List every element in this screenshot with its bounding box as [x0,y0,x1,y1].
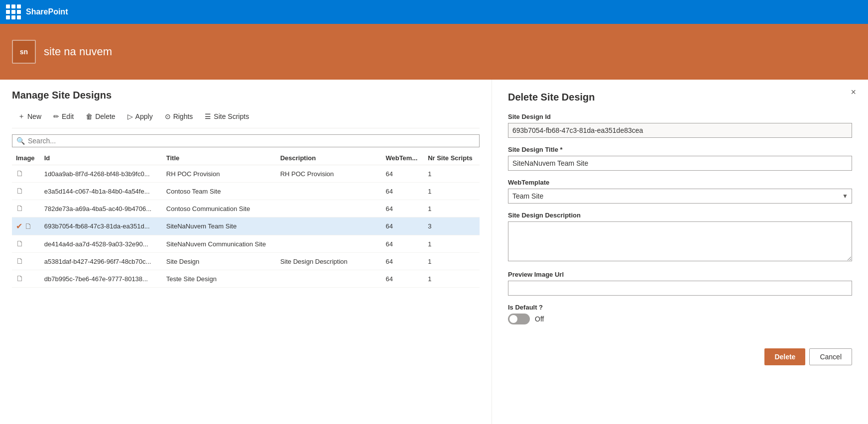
search-icon: 🔍 [16,137,25,145]
site-design-id-group: Site Design Id [508,113,852,138]
file-icon: 🗋 [16,257,24,265]
cell-webtemplate: 64 [381,235,424,253]
edit-icon: ✏ [53,112,59,120]
table-row[interactable]: 🗋a5381daf-b427-4296-96f7-48cb70c...Site … [12,253,480,270]
is-default-group: Is Default ? Off [508,304,852,324]
cell-title: Site Design [162,253,276,270]
toolbar: ＋ New ✏ Edit 🗑 Delete ▷ Apply ⊙ Rights ☰ [12,109,480,128]
cell-webtemplate: 64 [381,200,424,217]
cell-description [276,183,382,200]
is-default-toggle[interactable] [508,314,530,324]
table-row[interactable]: 🗋db7b995c-7be6-467e-9777-80138...Teste S… [12,270,480,288]
site-scripts-button[interactable]: ☰ Site Scripts [199,109,255,123]
file-icon: 🗋 [16,169,24,178]
col-header-nrsitescripts: Nr Site Scripts [424,151,480,165]
action-buttons: Delete Cancel [508,348,852,365]
data-table: Image Id Title Description WebTem... Nr … [12,151,480,288]
is-default-label: Is Default ? [508,304,852,311]
cell-title: SiteNaNuvem Team Site [162,217,276,235]
site-design-description-group: Site Design Description [508,212,852,263]
play-icon: ▷ [127,112,133,120]
delete-confirm-button[interactable]: Delete [764,348,805,365]
main-area: Manage Site Designs ＋ New ✏ Edit 🗑 Delet… [0,80,868,424]
cell-image: ✔ 🗋 [12,217,40,235]
cell-webtemplate: 64 [381,217,424,235]
cell-image: 🗋 [12,253,40,270]
search-input[interactable] [28,137,475,145]
cell-webtemplate: 64 [381,270,424,288]
col-header-webtemplate: WebTem... [381,151,424,165]
rights-button[interactable]: ⊙ Rights [159,109,199,123]
table-row[interactable]: 🗋e3a5d144-c067-4b1a-84b0-4a54fe...Contos… [12,183,480,200]
cell-title: RH POC Provision [162,165,276,183]
cell-nrsitescripts: 1 [424,200,480,217]
cell-nrsitescripts: 3 [424,217,480,235]
toggle-label: Off [535,315,544,323]
col-header-title: Title [162,151,276,165]
new-button[interactable]: ＋ New [12,109,47,124]
delete-button[interactable]: 🗑 Delete [80,109,121,123]
close-button[interactable]: × [851,88,856,97]
preview-image-url-input[interactable] [508,281,852,296]
table-row[interactable]: 🗋782de73a-a69a-4ba5-ac40-9b4706...Contos… [12,200,480,217]
cell-description: Site Design Description [276,253,382,270]
site-name: site na nuvem [44,45,112,58]
page-title: Manage Site Designs [12,90,480,101]
site-design-id-label: Site Design Id [508,113,852,120]
webtemplate-select-wrapper: Team Site Communication Site ▼ [508,189,852,204]
cell-nrsitescripts: 1 [424,270,480,288]
search-box[interactable]: 🔍 [12,134,480,147]
file-icon: 🗋 [16,204,24,212]
cell-title: Contoso Communication Site [162,200,276,217]
file-icon: 🗋 [16,239,24,248]
cell-description [276,200,382,217]
cell-image: 🗋 [12,200,40,217]
site-design-description-input[interactable] [508,221,852,261]
avatar: sn [12,40,36,64]
cell-image: 🗋 [12,183,40,200]
apps-icon[interactable] [6,4,21,19]
col-header-image: Image [12,151,40,165]
cell-description: RH POC Provision [276,165,382,183]
cell-id: 693b7054-fb68-47c3-81da-ea351d... [40,217,162,235]
cell-id: db7b995c-7be6-467e-9777-80138... [40,270,162,288]
site-design-description-label: Site Design Description [508,212,852,219]
file-icon: 🗋 [16,187,24,195]
cell-id: a5381daf-b427-4296-96f7-48cb70c... [40,253,162,270]
site-design-title-group: Site Design Title * [508,146,852,171]
file-icon: 🗋 [24,222,32,230]
table-row[interactable]: 🗋1d0aa9ab-8f7d-4268-bf48-b3b9fc0...RH PO… [12,165,480,183]
site-design-title-input[interactable] [508,156,852,171]
scripts-icon: ☰ [205,112,211,120]
webtemplate-select[interactable]: Team Site Communication Site [508,189,852,204]
preview-image-url-label: Preview Image Url [508,271,852,278]
left-panel: Manage Site Designs ＋ New ✏ Edit 🗑 Delet… [0,80,492,424]
cell-image: 🗋 [12,235,40,253]
preview-image-url-group: Preview Image Url [508,271,852,296]
cell-nrsitescripts: 1 [424,165,480,183]
col-header-id: Id [40,151,162,165]
webtemplate-label: WebTemplate [508,179,852,186]
cell-title: Teste Site Design [162,270,276,288]
toggle-group: Off [508,314,852,324]
edit-button[interactable]: ✏ Edit [47,109,80,123]
cell-nrsitescripts: 1 [424,235,480,253]
cancel-button[interactable]: Cancel [809,348,852,365]
cell-id: e3a5d144-c067-4b1a-84b0-4a54fe... [40,183,162,200]
plus-icon: ＋ [18,112,25,121]
cell-webtemplate: 64 [381,165,424,183]
cell-id: de414a4d-aa7d-4528-9a03-32e90... [40,235,162,253]
cell-image: 🗋 [12,165,40,183]
cell-title: SiteNaNuvem Communication Site [162,235,276,253]
table-header-row: Image Id Title Description WebTem... Nr … [12,151,480,165]
trash-icon: 🗑 [86,112,93,120]
cell-webtemplate: 64 [381,253,424,270]
cell-nrsitescripts: 1 [424,253,480,270]
apply-button[interactable]: ▷ Apply [122,109,159,123]
cell-title: Contoso Team Site [162,183,276,200]
table-row[interactable]: 🗋de414a4d-aa7d-4528-9a03-32e90...SiteNaN… [12,235,480,253]
site-design-id-input[interactable] [508,123,852,138]
table-row[interactable]: ✔ 🗋693b7054-fb68-47c3-81da-ea351d...Site… [12,217,480,235]
right-panel: × Delete Site Design Site Design Id Site… [492,80,868,424]
cell-description [276,235,382,253]
